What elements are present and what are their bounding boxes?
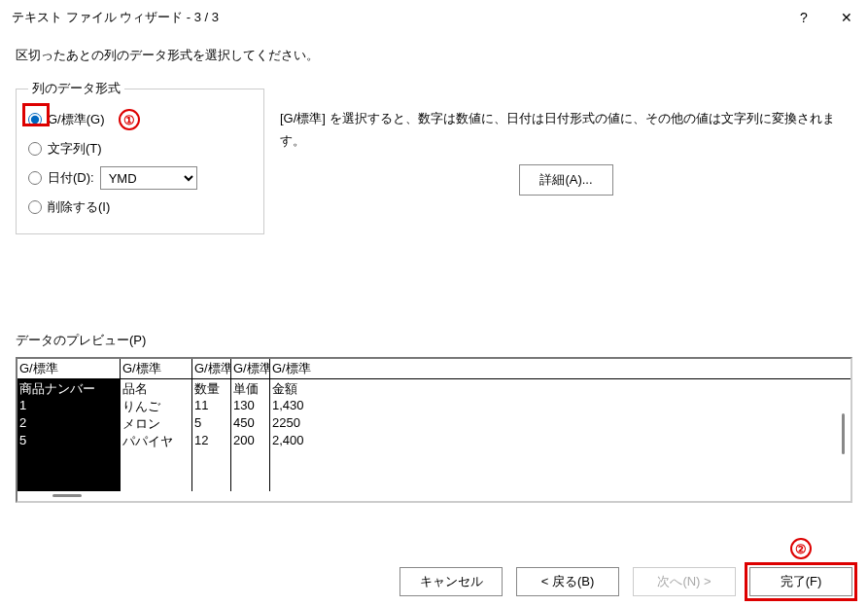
radio-general-label: G/標準(G) [48, 111, 105, 128]
scrollbar-horizontal[interactable] [52, 494, 82, 497]
help-icon[interactable]: ? [794, 10, 814, 25]
preview-cell: メロン [121, 414, 191, 432]
instruction-text: 区切ったあとの列のデータ形式を選択してください。 [16, 47, 852, 64]
preview-cell: 1,430 [270, 397, 851, 414]
preview-cell: 1 [17, 397, 120, 414]
preview-col[interactable]: 品名 りんご メロン パパイヤ [121, 379, 192, 491]
cancel-button[interactable]: キャンセル [399, 567, 503, 596]
detail-button[interactable]: 詳細(A)... [519, 164, 612, 196]
preview-cell: 単価 [231, 379, 269, 397]
radio-text[interactable] [28, 142, 42, 156]
preview-cell: 130 [231, 397, 269, 414]
preview-col[interactable]: 数量 11 5 12 [192, 379, 231, 491]
close-icon[interactable]: ✕ [837, 10, 856, 25]
preview-cell: 数量 [192, 379, 230, 397]
preview-cell: 12 [192, 432, 230, 449]
preview-cell: 450 [231, 414, 269, 432]
radio-date-label: 日付(D): [48, 169, 94, 187]
preview-cell: 5 [192, 414, 230, 432]
window-title: テキスト ファイル ウィザード - 3 / 3 [12, 9, 794, 26]
titlebar: テキスト ファイル ウィザード - 3 / 3 ? ✕ [0, 0, 868, 35]
format-legend: 列のデータ形式 [28, 80, 124, 97]
preview-cell: 商品ナンバー [17, 379, 120, 397]
preview-label: データのプレビュー(P) [16, 332, 852, 349]
radio-general[interactable] [28, 113, 42, 126]
format-description: [G/標準] を選択すると、数字は数値に、日付は日付形式の値に、その他の値は文字… [280, 107, 852, 153]
preview-header: G/標準 G/標準 G/標準 G/標準 G/標準 [17, 359, 851, 379]
next-button: 次へ(N) > [633, 567, 736, 596]
preview-cell: 品名 [121, 379, 191, 397]
wizard-buttons: キャンセル < 戻る(B) 次へ(N) > ② 完了(F) [399, 567, 852, 596]
preview-header-cell: G/標準 [192, 359, 231, 378]
preview-cell: 200 [231, 432, 269, 449]
annotation-2: ② [790, 538, 812, 559]
finish-button[interactable]: 完了(F) [749, 567, 852, 596]
preview-header-cell: G/標準 [17, 359, 121, 378]
date-format-select[interactable]: YMD [100, 166, 197, 190]
preview-body[interactable]: 商品ナンバー 1 2 5 品名 りんご メロン パパイヤ 数量 11 5 12 [17, 379, 851, 491]
radio-text-label: 文字列(T) [48, 140, 102, 158]
preview-cell: 金額 [270, 379, 851, 397]
preview-cell: 11 [192, 397, 230, 414]
preview-col[interactable]: 金額 1,430 2250 2,400 [270, 379, 851, 491]
radio-date[interactable] [28, 171, 42, 185]
column-format-group: 列のデータ形式 G/標準(G) ① 文字列(T) 日付(D): YMD 削除する [16, 80, 264, 234]
preview-col[interactable]: 単価 130 450 200 [231, 379, 270, 491]
annotation-1: ① [119, 109, 140, 130]
preview-cell: 2,400 [270, 432, 851, 449]
preview-col-selected[interactable]: 商品ナンバー 1 2 5 [17, 379, 121, 491]
preview-cell: りんご [121, 397, 191, 414]
preview-header-cell: G/標準 [121, 359, 192, 378]
preview-cell: パパイヤ [121, 432, 191, 449]
preview-header-cell: G/標準 [270, 359, 851, 378]
preview-header-cell: G/標準 [231, 359, 270, 378]
radio-skip[interactable] [28, 200, 42, 214]
back-button[interactable]: < 戻る(B) [516, 567, 619, 596]
preview-cell: 5 [17, 432, 120, 449]
preview-cell: 2250 [270, 414, 851, 432]
preview-cell: 2 [17, 414, 120, 432]
preview-box: G/標準 G/標準 G/標準 G/標準 G/標準 商品ナンバー 1 2 5 品名… [16, 357, 852, 503]
radio-skip-label: 削除する(I) [48, 198, 110, 216]
scrollbar-vertical[interactable] [842, 413, 845, 454]
